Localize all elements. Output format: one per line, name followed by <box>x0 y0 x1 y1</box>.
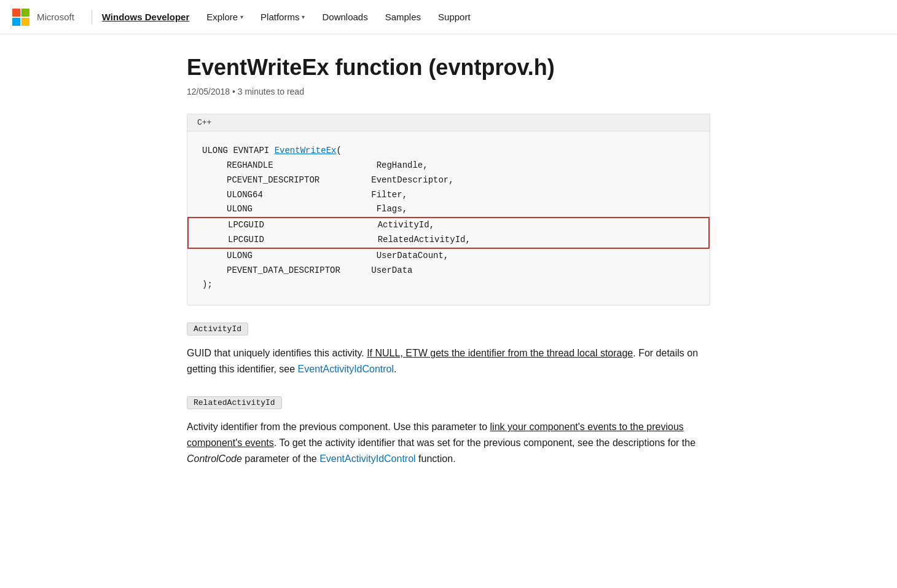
link-component-events-text: link your component's events to the prev… <box>187 421 684 448</box>
control-code-italic: ControlCode <box>187 453 242 464</box>
logo-area[interactable]: Microsoft <box>12 9 74 26</box>
activity-id-null-text: If NULL, ETW gets the identifier from th… <box>367 348 633 358</box>
nav-item-support[interactable]: Support <box>431 0 478 34</box>
section-related-activity-id: RelatedActivityId Activity identifier fr… <box>187 396 710 466</box>
section-activity-id: ActivityId GUID that uniquely identifies… <box>187 323 710 377</box>
main-content: EventWriteEx function (evntprov.h) 12/05… <box>172 34 725 523</box>
nav-divider <box>92 10 92 25</box>
explore-chevron-icon: ▾ <box>240 14 243 20</box>
code-line-6: LPCGUID RelatedActivityId, <box>203 233 694 248</box>
related-activity-id-para: Activity identifier from the previous co… <box>187 419 710 466</box>
highlighted-code-lines: LPCGUID ActivityId, LPCGUID RelatedActiv… <box>187 217 710 249</box>
microsoft-logo <box>12 9 29 26</box>
activity-id-para: GUID that uniquely identifies this activ… <box>187 345 710 377</box>
code-line-8: PEVENT_DATA_DESCRIPTOR UserData <box>202 264 695 278</box>
nav-brand[interactable]: Windows Developer <box>102 12 189 22</box>
nav-item-platforms[interactable]: Platforms ▾ <box>253 0 312 34</box>
badge-related-activity-id: RelatedActivityId <box>187 396 282 409</box>
code-lang-label: C++ <box>187 114 710 131</box>
code-line-2: PCEVENT_DESCRIPTOR EventDescriptor, <box>202 173 695 188</box>
event-activity-id-control-link-1[interactable]: EventActivityIdControl <box>298 364 394 374</box>
badge-activity-id: ActivityId <box>187 323 248 335</box>
top-nav: Microsoft Windows Developer Explore ▾ Pl… <box>0 0 897 34</box>
code-line-9: ); <box>202 278 695 292</box>
platforms-chevron-icon: ▾ <box>302 14 305 20</box>
code-line-5: LPCGUID ActivityId, <box>203 218 694 233</box>
function-name-link[interactable]: EventWriteEx <box>275 146 337 155</box>
code-content: ULONG EVNTAPI EventWriteEx( REGHANDLE Re… <box>187 131 710 305</box>
nav-item-downloads[interactable]: Downloads <box>315 0 375 34</box>
nav-items: Explore ▾ Platforms ▾ Downloads Samples … <box>199 0 477 34</box>
page-title: EventWriteEx function (evntprov.h) <box>187 54 710 80</box>
code-block: C++ ULONG EVNTAPI EventWriteEx( REGHANDL… <box>187 114 710 305</box>
code-line-0: ULONG EVNTAPI EventWriteEx( <box>202 144 695 159</box>
code-line-4: ULONG Flags, <box>202 202 695 217</box>
page-meta: 12/05/2018 • 3 minutes to read <box>187 87 710 96</box>
code-line-1: REGHANDLE RegHandle, <box>202 159 695 173</box>
code-line-3: ULONG64 Filter, <box>202 188 695 203</box>
nav-item-samples[interactable]: Samples <box>378 0 428 34</box>
nav-item-explore[interactable]: Explore ▾ <box>199 0 251 34</box>
event-activity-id-control-link-2[interactable]: EventActivityIdControl <box>319 453 416 464</box>
code-line-7: ULONG UserDataCount, <box>202 249 695 264</box>
